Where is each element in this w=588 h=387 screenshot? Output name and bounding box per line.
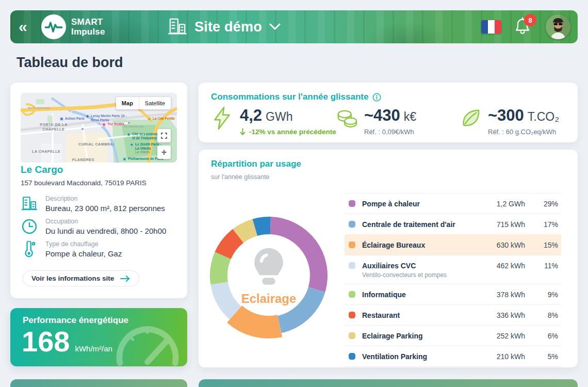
legend-label: Ventilation Parking	[362, 351, 471, 362]
donut-segment[interactable]	[235, 314, 280, 327]
performance-value: 168	[22, 326, 70, 358]
satellite-button[interactable]: Satellite	[139, 97, 171, 109]
smart-impulse-logo: SMART Impulse	[41, 14, 105, 39]
donut-segment[interactable]	[223, 236, 238, 255]
usage-legend-table: Pompe à chaleur 1,2 GWh 29% Centrale de …	[345, 193, 561, 367]
legend-percent: 15%	[525, 240, 558, 250]
consumption-title: Consommations sur l'année glissante	[211, 92, 368, 102]
site-detail-occupation: Occupation Du lundi au vendredi, 8h00 - …	[21, 218, 166, 235]
usage-donut-chart[interactable]: Eclairage	[209, 216, 329, 335]
site-address: 157 boulevard Macdonald, 75019 PARIS	[21, 179, 146, 187]
energy-performance-card[interactable]: Performance énergétique 168 kWh/m²/an	[10, 308, 187, 366]
legend-value: 336 kWh	[471, 310, 525, 320]
usage-legend-row[interactable]: Restaurant 336 kWh 8%	[345, 304, 561, 325]
site-info-card: Bd Périphérique PORTE DE LA CHAPELLE LA …	[10, 83, 187, 298]
usage-legend-row[interactable]: Centrale de traitement d'air 715 kWh 17%	[345, 214, 561, 234]
pulse-logo-icon	[41, 14, 66, 39]
page-title: Tableau de bord	[17, 55, 123, 71]
legend-color-dot	[349, 312, 355, 318]
legend-color-dot	[349, 262, 355, 269]
legend-sublabel: Ventilo-convecteurs et pompes	[362, 271, 471, 279]
legend-value: 210 kWh	[471, 351, 525, 362]
donut-segment[interactable]	[255, 225, 270, 228]
trend-note: -12% vs année précédente	[240, 128, 336, 136]
next-card-preview-right	[199, 379, 578, 387]
legend-label: Restaurant	[362, 310, 471, 320]
collapse-sidebar-icon[interactable]: «	[19, 19, 26, 35]
lightning-icon	[211, 106, 234, 130]
legend-percent: 6%	[525, 331, 558, 341]
logo-text: SMART Impulse	[71, 17, 105, 37]
buildings-icon	[168, 18, 187, 36]
site-detail-description: Description Bureau, 23 000 m², 812 perso…	[21, 195, 165, 213]
arrow-right-icon	[120, 275, 130, 282]
trend-down-arrow-icon	[240, 128, 246, 136]
legend-value: 1,2 GWh	[471, 199, 525, 209]
legend-value: 630 kWh	[471, 240, 525, 250]
dashboard-page: « SMART Impulse Site démo	[0, 0, 588, 387]
site-title: Le Cargo	[21, 164, 63, 175]
notifications-button[interactable]: 8	[515, 17, 532, 37]
usage-breakdown-card: Répartition par usage sur l'année glissa…	[199, 150, 578, 367]
site-info-button[interactable]: Voir les informations site	[23, 270, 139, 286]
legend-color-dot	[349, 241, 355, 248]
thermometer-icon	[21, 240, 38, 258]
usage-legend-row[interactable]: Pompe à chaleur 1,2 GWh 29%	[345, 193, 561, 214]
performance-unit: kWh/m²/an	[75, 344, 112, 353]
donut-segment[interactable]	[219, 255, 223, 283]
top-header-bar: « SMART Impulse Site démo	[10, 10, 578, 43]
legend-percent: 8%	[525, 310, 558, 320]
usage-legend-row[interactable]: Informatique 378 kWh 9%	[345, 284, 561, 304]
usage-legend-row[interactable]: Auxiliaires CVC Ventilo-convecteurs et p…	[345, 255, 561, 284]
gauge-icon	[112, 315, 183, 366]
leaf-icon	[459, 106, 482, 130]
legend-percent: 17%	[525, 219, 558, 230]
map-zoom-in-button[interactable]: +	[157, 146, 171, 159]
legend-color-dot	[349, 200, 355, 207]
donut-segment[interactable]	[238, 228, 255, 236]
legend-percent: 11%	[525, 261, 558, 271]
legend-label: Éclairage Bureaux	[362, 240, 471, 250]
fullscreen-icon	[161, 133, 167, 139]
coins-icon	[335, 106, 358, 130]
legend-value: 378 kWh	[471, 289, 525, 300]
site-name: Site démo	[194, 19, 262, 35]
map-button[interactable]: Map	[116, 97, 139, 109]
language-flag-fr-icon[interactable]	[481, 20, 501, 34]
clock-icon	[21, 218, 38, 235]
map-type-control: Map Satellite	[116, 97, 171, 109]
metric-energy: 4,2 GWh -12% vs année précédente	[211, 106, 336, 136]
legend-percent: 29%	[525, 199, 558, 209]
metric-cost: ~430 k€ Réf. : 0,09€/kWh	[335, 106, 416, 136]
legend-color-dot	[349, 291, 355, 298]
legend-label: Centrale de traitement d'air	[362, 219, 471, 230]
usage-legend-row[interactable]: Ventilation Parking 210 kWh 5%	[345, 346, 561, 366]
usage-legend-row[interactable]: Éclairage Bureaux 630 kWh 15%	[345, 234, 561, 255]
donut-segment[interactable]	[270, 225, 319, 289]
usage-legend-row[interactable]: Eclairage Parking 252 kWh 6%	[345, 325, 561, 346]
donut-segment[interactable]	[219, 283, 235, 313]
user-avatar[interactable]	[546, 14, 570, 39]
legend-color-dot	[349, 332, 355, 339]
legend-label: Informatique	[362, 289, 471, 300]
repartition-subtitle: sur l'année glissante	[211, 173, 270, 181]
chevron-down-icon	[269, 23, 281, 30]
map-fullscreen-button[interactable]	[157, 129, 171, 142]
legend-label: Eclairage Parking	[362, 331, 471, 341]
info-icon[interactable]	[372, 93, 381, 102]
notification-count-badge: 8	[524, 14, 536, 26]
legend-color-dot	[349, 353, 355, 360]
legend-label: Auxiliaires CVC	[362, 261, 471, 271]
legend-percent: 9%	[525, 289, 558, 300]
site-map[interactable]: Bd Périphérique PORTE DE LA CHAPELLE LA …	[21, 93, 177, 163]
metric-co2: ~300 T.CO₂ Réf. : 60 g.CO₂eq/kWh	[459, 106, 559, 136]
legend-value: 252 kWh	[471, 331, 525, 341]
legend-label: Pompe à chaleur	[362, 199, 471, 209]
legend-value: 462 kWh	[471, 261, 525, 271]
repartition-title: Répartition par usage	[211, 159, 301, 169]
site-selector[interactable]: Site démo	[168, 10, 281, 43]
donut-segment[interactable]	[280, 289, 317, 324]
consumption-card: Consommations sur l'année glissante 4,2 …	[199, 83, 578, 142]
next-card-preview-left	[10, 379, 187, 387]
legend-percent: 5%	[525, 351, 558, 362]
